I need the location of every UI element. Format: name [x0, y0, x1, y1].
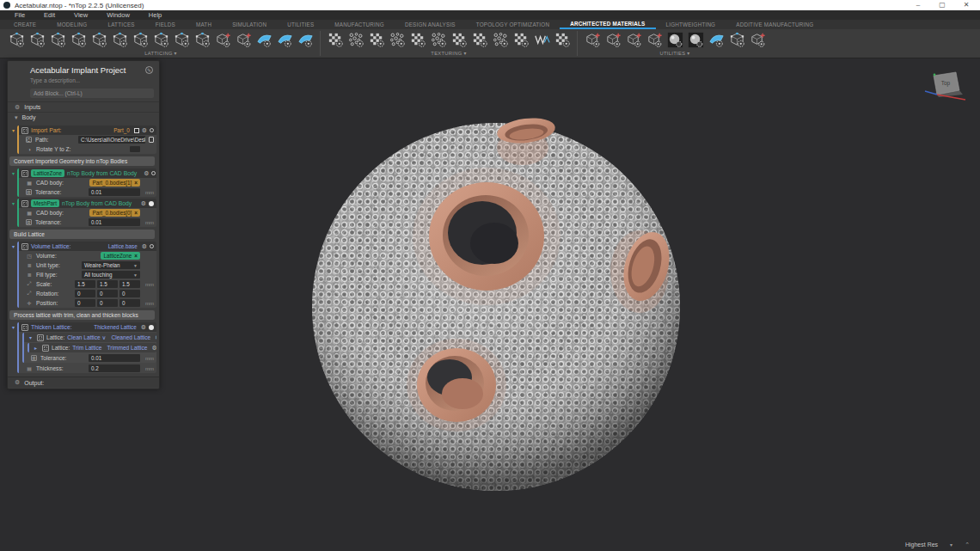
texturing-tool-dots-icon[interactable] [491, 30, 510, 50]
tab-manufacturing[interactable]: MANUFACTURING [324, 20, 395, 29]
rotate-toggle[interactable] [130, 146, 140, 152]
latticing-tool-cube-icon[interactable] [89, 30, 108, 50]
group-label-texturing[interactable]: TEXTURING ▾ [326, 50, 572, 57]
latticezone-badge[interactable]: LatticeZone [31, 169, 64, 177]
view-cube[interactable]: Top [923, 69, 966, 105]
utilities-tool-cubeplus-icon[interactable] [583, 30, 602, 50]
visibility-dot-icon[interactable] [151, 171, 156, 175]
visibility-dot-icon[interactable] [149, 201, 154, 206]
latticing-tool-cube-icon[interactable] [131, 30, 150, 50]
latticing-tool-cube-icon[interactable] [7, 30, 26, 50]
tab-additive-manufacturing[interactable]: ADDITIVE MANUFACTURING [726, 20, 824, 29]
utilities-tool-cubeplus-icon[interactable] [603, 30, 622, 50]
scale-x-field[interactable]: 1.5 [75, 280, 95, 288]
cad-body-chip[interactable]: Part_0.bodies[1]× [89, 179, 140, 187]
expander-icon[interactable]: ▾ [9, 126, 17, 154]
output-section[interactable]: ⚙ Output: [8, 377, 159, 388]
gear-icon[interactable]: ⚙ [142, 243, 147, 250]
texturing-tool-dots-icon[interactable] [388, 30, 407, 50]
resolution-dropdown[interactable]: Highest Res ▾ [900, 541, 958, 548]
expander-icon[interactable]: ▾ [9, 199, 17, 227]
body-section[interactable]: ▾ Body [8, 112, 159, 122]
minimize-button[interactable]: – [913, 0, 923, 10]
latticing-tool-cube-icon[interactable] [151, 30, 170, 50]
unit-type-dropdown[interactable]: Weaire-Phelan▼ [82, 261, 140, 269]
description-placeholder[interactable]: Type a description... [30, 77, 154, 83]
add-block-input[interactable]: Add Block... (Ctrl-L) [30, 89, 154, 98]
tab-math[interactable]: MATH [186, 20, 222, 29]
remove-icon[interactable]: × [134, 253, 138, 259]
rotation-x-field[interactable]: 0 [75, 290, 95, 297]
texturing-tool-checker-icon[interactable] [326, 30, 345, 50]
latticing-tool-dome-icon[interactable] [254, 30, 273, 50]
group-label-latticing[interactable]: LATTICING ▾ [7, 50, 315, 57]
trim-lattice-block[interactable]: ▸ Lattice: Trim Lattice Trimmed Lattice … [28, 343, 156, 352]
texturing-tool-checker-icon[interactable] [553, 30, 572, 50]
clean-lattice-block[interactable]: ▾ Lattice: Clean Lattice ∨ Cleaned Latti… [22, 333, 156, 363]
tolerance-field[interactable]: 0.01 [89, 354, 140, 362]
collapse-panel-button[interactable]: ⌃ [961, 542, 973, 548]
visibility-dot-icon[interactable] [150, 128, 154, 132]
utilities-tool-cubeplus-icon[interactable] [748, 30, 767, 50]
expander-icon[interactable]: ▾ [9, 322, 17, 373]
latticing-tool-cube-icon[interactable] [48, 30, 67, 50]
latticing-tool-cube-icon[interactable] [110, 30, 129, 50]
inputs-section[interactable]: ⚙ Inputs [8, 101, 159, 112]
rotation-y-field[interactable]: 0 [97, 290, 118, 297]
latticing-tool-cubeplus-icon[interactable] [234, 30, 253, 50]
expander-icon[interactable]: ▾ [27, 334, 34, 340]
visibility-dot-icon[interactable] [150, 244, 154, 248]
expander-icon[interactable]: ▾ [9, 168, 17, 197]
remove-icon[interactable]: × [134, 210, 138, 216]
utilities-tool-cube-icon[interactable] [727, 30, 746, 50]
meshpart-badge[interactable]: MeshPart [31, 199, 59, 207]
tab-lattices[interactable]: LATTICES [97, 20, 144, 29]
latticing-tool-cubeplus-icon[interactable] [213, 30, 232, 50]
menu-help[interactable]: Help [139, 10, 171, 20]
texturing-tool-dots-icon[interactable] [429, 30, 448, 50]
tab-architected-materials[interactable]: ARCHITECTED MATERIALS [560, 20, 655, 29]
gear-icon[interactable]: ⚙ [141, 200, 146, 207]
latticezone-block[interactable]: LatticeZone nTop Body from CAD Body ⚙ ▦ … [17, 168, 156, 197]
import-part-block[interactable]: Import Part: Part_0 ⚙ C: Path: C:\ [17, 126, 156, 154]
clean-lattice-dropdown[interactable]: Clean Lattice ∨ [67, 334, 106, 341]
texturing-tool-checker-icon[interactable] [450, 30, 469, 50]
rotation-z-field[interactable]: 0 [119, 290, 140, 297]
tab-fields[interactable]: FIELDS [145, 20, 186, 29]
menu-view[interactable]: View [64, 10, 97, 20]
latticing-tool-cube-icon[interactable] [69, 30, 88, 50]
utilities-tool-sphere-icon[interactable] [665, 30, 684, 50]
visibility-dot-icon[interactable] [149, 325, 154, 330]
gear-icon[interactable]: ⚙ [152, 345, 157, 352]
scale-y-field[interactable]: 1.5 [97, 280, 118, 288]
menu-edit[interactable]: Edit [34, 10, 64, 20]
texturing-tool-dots-icon[interactable] [346, 30, 365, 50]
latticing-tool-dome-icon[interactable] [275, 30, 294, 50]
thicken-lattice-block[interactable]: Thicken Lattice: Thickened Lattice ⚙ ▾ L… [17, 322, 156, 373]
utilities-tool-cubeplus-icon[interactable] [624, 30, 643, 50]
close-button[interactable]: ✕ [961, 0, 971, 10]
tab-modeling[interactable]: MODELING [46, 20, 97, 29]
tab-topology-optimization[interactable]: TOPOLOGY OPTIMIZATION [466, 20, 560, 29]
viewport-3d[interactable]: Top Highest Res ▾ ⌃ Acetabular Implant P… [0, 58, 980, 551]
fill-type-dropdown[interactable]: All touching▼ [82, 271, 140, 279]
file-browse-icon[interactable] [149, 137, 154, 143]
gear-icon[interactable]: ⚙ [144, 170, 149, 177]
texturing-tool-wave-icon[interactable] [532, 30, 551, 50]
position-y-field[interactable]: 0 [97, 299, 118, 307]
latticing-tool-cube-icon[interactable] [28, 30, 46, 50]
utilities-tool-sphere-icon[interactable] [686, 30, 705, 50]
cad-body-chip[interactable]: Part_0.bodies[0]× [89, 209, 140, 217]
group-label-utilities[interactable]: UTILITIES ▾ [583, 50, 767, 57]
tab-utilities[interactable]: UTILITIES [277, 20, 324, 29]
meshpart-block[interactable]: MeshPart nTop Body from CAD Body ⚙ ▦ CAD… [17, 199, 156, 227]
expander-icon[interactable]: ▾ [9, 242, 17, 308]
path-field[interactable]: C:\Users\ali\OneDrive\Deskt [78, 136, 145, 144]
position-x-field[interactable]: 0 [75, 299, 95, 307]
menu-window[interactable]: Window [97, 10, 139, 20]
trim-lattice-link[interactable]: Trim Lattice [72, 345, 101, 351]
texturing-tool-checker-icon[interactable] [408, 30, 427, 50]
scale-z-field[interactable]: 1.5 [119, 280, 140, 288]
tab-lightweighting[interactable]: LIGHTWEIGHTING [656, 20, 726, 29]
gear-icon[interactable]: ⚙ [141, 324, 146, 331]
